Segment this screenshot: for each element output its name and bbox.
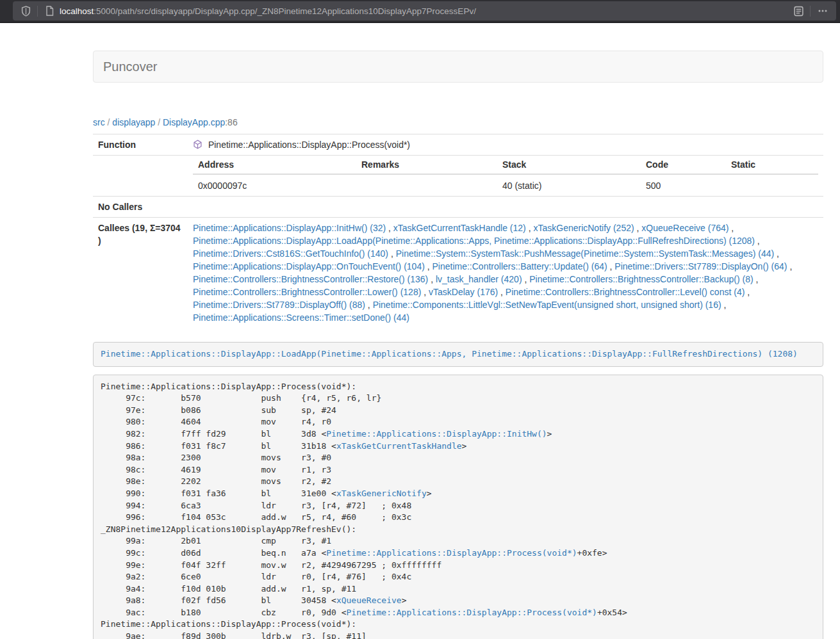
- callees-row: Callees (19, Σ=3704 ) Pinetime::Applicat…: [93, 218, 823, 328]
- urlbar-divider: [37, 6, 38, 17]
- stack-value: 40 (static): [497, 174, 641, 196]
- function-label: Function: [93, 134, 188, 156]
- col-static: Static: [726, 156, 818, 174]
- callee-link[interactable]: Pinetime::Drivers::St7789::DisplayOff() …: [193, 300, 365, 310]
- breadcrumb-link-src[interactable]: src: [93, 117, 105, 127]
- breadcrumb-link-displayapp[interactable]: displayapp: [112, 117, 155, 127]
- function-name-cell: Pinetime::Applications::DisplayApp::Proc…: [188, 134, 823, 156]
- callee-link[interactable]: Pinetime::Applications::DisplayApp::OnTo…: [193, 261, 425, 271]
- function-name: Pinetime::Applications::DisplayApp::Proc…: [208, 140, 410, 150]
- col-code: Code: [641, 156, 726, 174]
- callee-link[interactable]: Pinetime::Controllers::BrightnessControl…: [193, 287, 421, 297]
- highlighted-symbol-box: Pinetime::Applications::DisplayApp::Load…: [93, 342, 823, 367]
- breadcrumb-separator: /: [158, 117, 160, 127]
- loadapp-symbol-link[interactable]: Pinetime::Applications::DisplayApp::Load…: [101, 349, 798, 359]
- asm-symbol-link[interactable]: xTaskGetCurrentTaskHandle: [336, 441, 462, 451]
- function-row: Function Pinetime::Applications::Display…: [93, 134, 823, 156]
- asm-symbol-link[interactable]: xTaskGenericNotify: [336, 489, 427, 498]
- callee-link[interactable]: xQueueReceive (764): [641, 223, 729, 233]
- callee-link[interactable]: Pinetime::Applications::DisplayApp::Init…: [193, 223, 386, 233]
- callee-link[interactable]: xTaskGetCurrentTaskHandle (12): [393, 223, 526, 233]
- breadcrumb-line-number: :86: [225, 117, 237, 127]
- callee-link[interactable]: Pinetime::Controllers::Battery::Update()…: [432, 261, 607, 271]
- callee-link[interactable]: Pinetime::Controllers::BrightnessControl…: [529, 274, 753, 284]
- url-bar[interactable]: localhost:5000/path/src/displayapp/Displ…: [13, 1, 836, 20]
- browser-toolbar: localhost:5000/path/src/displayapp/Displ…: [0, 0, 840, 23]
- url-path: :5000/path/src/displayapp/DisplayApp.cpp…: [94, 6, 476, 16]
- breadcrumb: src / displayapp / DisplayApp.cpp:86: [93, 116, 823, 129]
- callee-link[interactable]: vTaskDelay (176): [429, 287, 498, 297]
- no-callers-label: No Callers: [93, 197, 188, 218]
- remarks-value: [356, 174, 497, 196]
- asm-symbol-link[interactable]: Pinetime::Applications::DisplayApp::Proc…: [347, 608, 597, 617]
- col-address: Address: [193, 156, 356, 174]
- shield-icon[interactable]: [18, 3, 33, 19]
- asm-symbol-link[interactable]: Pinetime::Applications::DisplayApp::Proc…: [326, 548, 577, 558]
- reader-mode-icon[interactable]: [791, 3, 806, 19]
- page-icon[interactable]: [42, 3, 57, 19]
- code-value: 500: [641, 174, 726, 196]
- callee-link[interactable]: Pinetime::Controllers::BrightnessControl…: [506, 287, 745, 297]
- static-value: [726, 174, 818, 196]
- page-container: Puncover src / displayapp / DisplayApp.c…: [93, 51, 823, 639]
- callee-link[interactable]: Pinetime::System::SystemTask::PushMessag…: [396, 248, 775, 259]
- callee-link[interactable]: xTaskGenericNotify (252): [533, 223, 634, 233]
- callees-label: Callees (19, Σ=3704 ): [93, 218, 188, 328]
- breadcrumb-link-file[interactable]: DisplayApp.cpp: [163, 117, 225, 127]
- callee-link[interactable]: lv_task_handler (420): [436, 274, 522, 284]
- col-stack: Stack: [497, 156, 641, 174]
- more-menu-button[interactable]: [814, 3, 831, 19]
- callee-link[interactable]: Pinetime::Controllers::BrightnessControl…: [193, 274, 428, 284]
- callee-link[interactable]: Pinetime::Drivers::St7789::DisplayOn() (…: [614, 261, 787, 271]
- asm-symbol-link[interactable]: xQueueReceive: [336, 595, 402, 605]
- function-detail-table: Function Pinetime::Applications::Display…: [93, 134, 823, 328]
- stats-value-row: 0x0000097c 40 (static) 500: [193, 174, 818, 196]
- callee-link[interactable]: Pinetime::Components::LittleVgl::SetNewT…: [373, 300, 721, 310]
- callees-list: Pinetime::Applications::DisplayApp::Init…: [188, 218, 823, 328]
- cube-icon: [193, 141, 205, 151]
- stats-table: Address Remarks Stack Code Static 0x0000…: [193, 156, 818, 196]
- stats-header-row: Address Remarks Stack Code Static: [193, 156, 818, 174]
- stats-row: Address Remarks Stack Code Static 0x0000…: [93, 156, 823, 197]
- pageaction-divider: [810, 6, 811, 17]
- url-text: localhost:5000/path/src/displayapp/Displ…: [60, 6, 791, 16]
- brand-link[interactable]: Puncover: [94, 51, 167, 82]
- assembly-code: Pinetime::Applications::DisplayApp::Proc…: [93, 375, 823, 639]
- callee-link[interactable]: Pinetime::Applications::DisplayApp::Load…: [193, 236, 755, 246]
- app-navbar: Puncover: [93, 51, 823, 83]
- callee-link[interactable]: Pinetime::Applications::Screens::Timer::…: [193, 312, 409, 323]
- col-remarks: Remarks: [356, 156, 497, 174]
- address-value: 0x0000097c: [193, 174, 356, 196]
- no-callers-row: No Callers: [93, 197, 823, 218]
- url-host: localhost: [60, 6, 94, 16]
- callee-link[interactable]: Pinetime::Drivers::Cst816S::GetTouchInfo…: [193, 248, 388, 259]
- breadcrumb-separator: /: [108, 117, 110, 127]
- asm-symbol-link[interactable]: Pinetime::Applications::DisplayApp::Init…: [326, 429, 547, 439]
